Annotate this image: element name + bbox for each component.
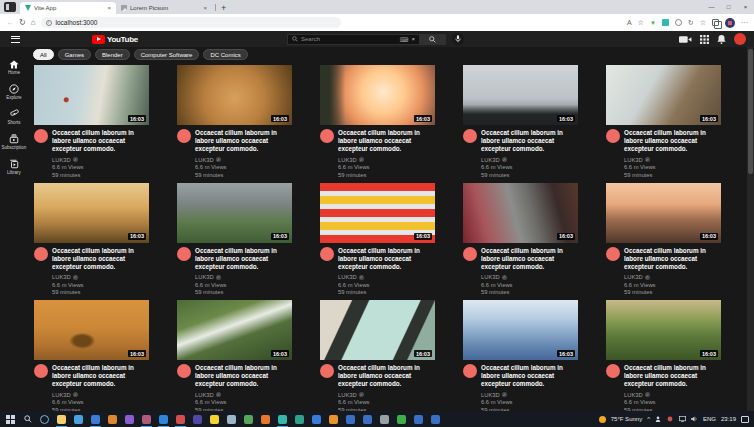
video-thumbnail[interactable]: 16:03 (177, 183, 292, 243)
channel-avatar[interactable] (320, 129, 334, 143)
taskbar-app-button[interactable] (376, 411, 393, 427)
taskbar-app-button[interactable] (427, 411, 444, 427)
url-field[interactable]: i localhost:3000 (41, 17, 341, 28)
search-input[interactable]: Search ⌨ × (287, 34, 420, 45)
taskbar-app-button[interactable] (308, 411, 325, 427)
taskbar-app-button[interactable] (325, 411, 342, 427)
taskbar-app-button[interactable] (155, 411, 172, 427)
channel-name[interactable]: LUK3D (481, 274, 500, 280)
category-chip[interactable]: Blender (95, 49, 130, 60)
channel-row[interactable]: LUK3D ✓ (52, 392, 149, 398)
extension-star-icon[interactable]: ☆ (700, 19, 706, 26)
channel-avatar[interactable] (320, 364, 334, 378)
channel-avatar[interactable] (463, 364, 477, 378)
video-title[interactable]: Occaecat cillum laborum in labore ullamc… (195, 364, 292, 389)
video-card[interactable]: 16:03 Occaecat cillum laborum in labore … (320, 65, 435, 178)
taskbar-app-button[interactable] (53, 411, 70, 427)
channel-name[interactable]: LUK3D (52, 274, 71, 280)
video-card[interactable]: 16:03 Occaecat cillum laborum in labore … (34, 183, 149, 296)
channel-row[interactable]: LUK3D ✓ (481, 392, 578, 398)
channel-row[interactable]: LUK3D ✓ (338, 274, 435, 280)
taskbar-app-button[interactable] (240, 411, 257, 427)
new-tab-button[interactable]: + (221, 3, 226, 13)
channel-row[interactable]: LUK3D ✓ (52, 157, 149, 163)
tray-expand-caret[interactable]: ^ (647, 416, 650, 422)
start-button[interactable] (2, 411, 19, 427)
tab-lorem-picsum[interactable]: Lorem Picsum × (116, 2, 212, 14)
video-card[interactable]: 16:03 Occaecat cillum laborum in labore … (320, 183, 435, 296)
taskbar-app-button[interactable] (87, 411, 104, 427)
video-title[interactable]: Occaecat cillum laborum in labore ullamc… (624, 129, 721, 154)
video-title[interactable]: Occaecat cillum laborum in labore ullamc… (338, 247, 435, 272)
weather-text[interactable]: 75°F Sunny (611, 416, 642, 422)
sidebar-item-subscription[interactable]: Subscription (0, 134, 28, 150)
account-extension-icon[interactable] (675, 19, 682, 26)
video-thumbnail[interactable]: 16:03 (34, 65, 149, 125)
channel-name[interactable]: LUK3D (52, 392, 71, 398)
yt-profile-avatar[interactable] (734, 33, 746, 45)
page-scrollbar[interactable] (747, 47, 754, 411)
channel-avatar[interactable] (34, 364, 48, 378)
video-thumbnail[interactable]: 16:03 (606, 65, 721, 125)
video-card[interactable]: 16:03 Occaecat cillum laborum in labore … (606, 65, 721, 178)
back-icon[interactable]: ← (6, 19, 14, 27)
channel-avatar[interactable] (606, 364, 620, 378)
channel-name[interactable]: LUK3D (481, 392, 500, 398)
adblock-extension-icon[interactable]: ▼ (650, 20, 656, 26)
taskbar-app-button[interactable] (359, 411, 376, 427)
video-title[interactable]: Occaecat cillum laborum in labore ullamc… (52, 247, 149, 272)
category-chip[interactable]: DC Comics (203, 49, 247, 60)
taskbar-app-button[interactable] (138, 411, 155, 427)
browser-profile-avatar[interactable] (725, 18, 735, 28)
category-chip[interactable]: Computer Software (134, 49, 200, 60)
browser-more-icon[interactable]: ··· (741, 19, 748, 26)
video-title[interactable]: Occaecat cillum laborum in labore ullamc… (624, 364, 721, 389)
video-card[interactable]: 16:03 Occaecat cillum laborum in labore … (34, 65, 149, 178)
video-card[interactable]: 16:03 Occaecat cillum laborum in labore … (463, 183, 578, 296)
channel-row[interactable]: LUK3D ✓ (481, 274, 578, 280)
video-title[interactable]: Occaecat cillum laborum in labore ullamc… (624, 247, 721, 272)
sidebar-item-library[interactable]: Library (0, 159, 28, 175)
video-title[interactable]: Occaecat cillum laborum in labore ullamc… (195, 247, 292, 272)
sidebar-item-home[interactable]: Home (0, 60, 28, 75)
video-card[interactable]: 16:03 Occaecat cillum laborum in labore … (177, 300, 292, 413)
clear-search-icon[interactable]: × (411, 36, 415, 42)
video-title[interactable]: Occaecat cillum laborum in labore ullamc… (481, 129, 578, 154)
tabs-stack-icon[interactable] (712, 19, 719, 26)
tray-red-badge-icon[interactable] (667, 416, 674, 423)
sidebar-item-explore[interactable]: Explore (0, 84, 28, 100)
channel-row[interactable]: LUK3D ✓ (624, 157, 721, 163)
clock[interactable]: 23:19 (721, 416, 736, 422)
sync-icon[interactable]: ↻ (688, 19, 694, 26)
channel-name[interactable]: LUK3D (624, 157, 643, 163)
channel-name[interactable]: LUK3D (338, 392, 357, 398)
tab-close-icon[interactable]: × (203, 5, 207, 11)
channel-row[interactable]: LUK3D ✓ (195, 274, 292, 280)
video-card[interactable]: 16:03 Occaecat cillum laborum in labore … (320, 300, 435, 413)
volume-icon[interactable] (691, 416, 698, 423)
video-card[interactable]: 16:03 Occaecat cillum laborum in labore … (177, 183, 292, 296)
video-thumbnail[interactable]: 16:03 (606, 183, 721, 243)
channel-avatar[interactable] (606, 247, 620, 261)
taskbar-app-button[interactable] (410, 411, 427, 427)
display-icon[interactable] (679, 416, 686, 423)
refresh-icon[interactable]: ↻ (19, 19, 26, 27)
channel-name[interactable]: LUK3D (338, 157, 357, 163)
minimize-button[interactable]: — (703, 0, 720, 13)
taskbar-app-button[interactable] (189, 411, 206, 427)
favorites-star-icon[interactable]: ☆ (638, 19, 644, 26)
taskbar-app-button[interactable] (121, 411, 138, 427)
video-title[interactable]: Occaecat cillum laborum in labore ullamc… (481, 247, 578, 272)
channel-name[interactable]: LUK3D (195, 274, 214, 280)
channel-avatar[interactable] (463, 129, 477, 143)
yt-logo[interactable]: YouTube (92, 35, 138, 44)
taskbar-app-button[interactable] (223, 411, 240, 427)
taskbar-app-button[interactable] (342, 411, 359, 427)
maximize-button[interactable]: □ (720, 0, 737, 13)
channel-row[interactable]: LUK3D ✓ (481, 157, 578, 163)
channel-name[interactable]: LUK3D (195, 157, 214, 163)
video-title[interactable]: Occaecat cillum laborum in labore ullamc… (52, 129, 149, 154)
close-button[interactable]: × (737, 0, 754, 13)
voice-search-button[interactable] (452, 33, 464, 45)
tab-vite-app[interactable]: Vite App × (20, 2, 116, 14)
